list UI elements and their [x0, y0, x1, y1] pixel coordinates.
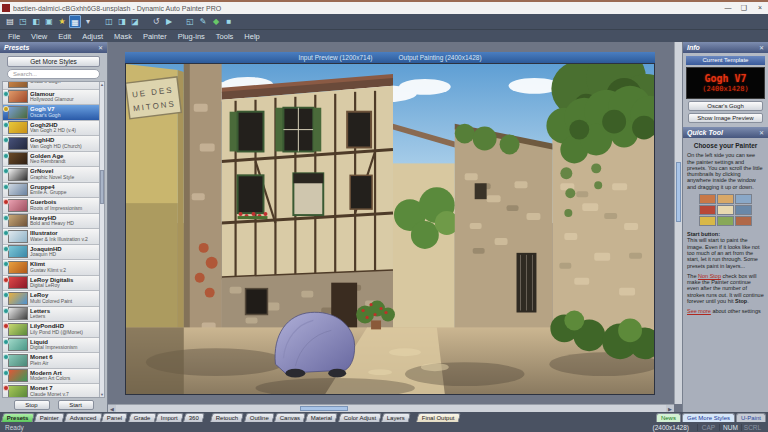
preset-item[interactable]: Gruppe4 Emile A. Gruppe: [3, 183, 104, 199]
preview-dropdown-icon[interactable]: ▾: [82, 15, 94, 28]
presets-pin-icon[interactable]: ✕: [98, 44, 103, 51]
scroll-down-icon[interactable]: [100, 392, 104, 397]
preset-item[interactable]: Modern Art Modern Art Colors: [3, 369, 104, 385]
tab-advanced[interactable]: Advanced: [64, 413, 103, 422]
tab-import[interactable]: Import: [155, 413, 184, 422]
preset-item[interactable]: LeRoy Multi Colored Paint: [3, 291, 104, 307]
preset-item[interactable]: Golden Age Neo Rembrandt: [3, 152, 104, 168]
preset-item[interactable]: HeavyHD Bold and Heavy HD: [3, 214, 104, 230]
favorites-star-icon[interactable]: ★: [56, 15, 68, 28]
tab-color-adjust[interactable]: Color Adjust: [337, 413, 382, 422]
menu-help[interactable]: Help: [244, 32, 259, 41]
preset-item[interactable]: LilyPondHD Lily Pond HD (@Monet): [3, 322, 104, 338]
preset-subtitle: Van Gogh HD (Church): [30, 144, 98, 150]
window-title: bastien-dalmici-cBGxhh6G8-unsplash - Dyn…: [13, 5, 720, 12]
brush-icon[interactable]: ✎: [197, 15, 209, 28]
canvas-area[interactable]: Input Preview (1200x714) Output Painting…: [108, 42, 682, 412]
minimize-button[interactable]: —: [720, 2, 736, 14]
news-button[interactable]: News: [656, 413, 681, 422]
scrollbar-thumb[interactable]: [676, 162, 681, 222]
undo-icon[interactable]: ↺: [150, 15, 162, 28]
close-button[interactable]: ×: [752, 2, 768, 14]
scrollbar-thumb[interactable]: [300, 406, 348, 411]
preset-badge-icon: [3, 308, 9, 314]
menu-mask[interactable]: Mask: [114, 32, 132, 41]
tab-retouch[interactable]: Retouch: [210, 413, 245, 422]
play-icon[interactable]: ▶: [163, 15, 175, 28]
preset-item[interactable]: Monet 7 Claude Monet v.7: [3, 384, 104, 398]
preset-item[interactable]: Liquid Digital Impressionism: [3, 338, 104, 354]
menu-edit[interactable]: Edit: [58, 32, 71, 41]
preset-list-scrollbar[interactable]: [99, 82, 104, 397]
screen-fit-icon[interactable]: ◱: [184, 15, 196, 28]
preset-item[interactable]: Illustrator Water & Ink Illustration v.2: [3, 229, 104, 245]
monitor-icon[interactable]: ■: [223, 15, 235, 28]
save-icon[interactable]: ◧: [30, 15, 42, 28]
preview-toggle-icon[interactable]: ▦: [69, 15, 81, 28]
tab-painter[interactable]: Painter: [34, 413, 65, 422]
preset-item[interactable]: GoghHD Van Gogh HD (Church): [3, 136, 104, 152]
info-close-icon[interactable]: ✕: [759, 44, 764, 51]
preset-search-input[interactable]: Search...: [7, 69, 100, 79]
quick-tool-close-icon[interactable]: ✕: [759, 129, 764, 136]
thumb-cell: [717, 216, 734, 226]
scroll-left-icon[interactable]: [108, 405, 116, 412]
tab-presets[interactable]: Presets: [1, 413, 35, 422]
menu-file[interactable]: File: [8, 32, 20, 41]
menu-adjust[interactable]: Adjust: [82, 32, 103, 41]
tab-final-output[interactable]: Final Output: [416, 413, 461, 422]
menu-tools[interactable]: Tools: [216, 32, 234, 41]
scroll-right-icon[interactable]: [666, 405, 674, 412]
preset-thumbnail: [8, 183, 28, 196]
menu-plugins[interactable]: Plug-ins: [178, 32, 205, 41]
preset-item[interactable]: JoaquinHD Joaquin HD: [3, 245, 104, 261]
preset-item[interactable]: Letters Letters: [3, 307, 104, 323]
get-more-styles-button[interactable]: Get More Styles: [682, 413, 735, 422]
non-stop-link[interactable]: Non Stop: [698, 273, 721, 279]
export-icon[interactable]: ◪: [129, 15, 141, 28]
import-image-icon[interactable]: ▣: [43, 15, 55, 28]
split-view-icon[interactable]: ◨: [116, 15, 128, 28]
preset-list[interactable]: Oscar's Gogh Glamour Hollywood Glamour: [2, 81, 105, 398]
preset-item[interactable]: Klimt Gustav Klimt v.2: [3, 260, 104, 276]
tab-grade[interactable]: Grade: [128, 413, 157, 422]
u-paint-button[interactable]: U-Paint: [736, 413, 766, 422]
photo-preview[interactable]: UE DES MITONS: [125, 63, 655, 395]
tab-360[interactable]: 360: [183, 413, 205, 422]
compare-icon[interactable]: ◫: [103, 15, 115, 28]
preset-item[interactable]: Gogh V7 Oscar's Gogh: [3, 105, 104, 121]
menu-painter[interactable]: Painter: [143, 32, 167, 41]
tab-outline[interactable]: Outline: [244, 413, 275, 422]
preset-item[interactable]: Glamour Hollywood Glamour: [3, 90, 104, 106]
village-alley-photo: UE DES MITONS: [126, 64, 654, 394]
preset-subtitle: Emile A. Gruppe: [30, 190, 98, 196]
tab-layers[interactable]: Layers: [381, 413, 411, 422]
preset-subtitle: Oscar's Gogh: [30, 113, 98, 119]
open-folder-icon[interactable]: ◳: [17, 15, 29, 28]
tab-panel[interactable]: Panel: [101, 413, 129, 422]
preset-item[interactable]: GrNovel Graphic Novel Style: [3, 167, 104, 183]
preset-item[interactable]: LeRoy Digitalis Digital LeRoy: [3, 276, 104, 292]
preset-item[interactable]: Guerbois Roots of Impressionism: [3, 198, 104, 214]
start-button[interactable]: Start: [58, 400, 94, 410]
stop-button[interactable]: Stop: [14, 400, 50, 410]
menu-view[interactable]: View: [31, 32, 47, 41]
scroll-up-icon[interactable]: [100, 82, 104, 87]
preset-item[interactable]: Oscar's Gogh: [3, 81, 104, 90]
get-more-styles-top-button[interactable]: Get More Styles: [7, 56, 100, 67]
preset-item[interactable]: Monet 6 Plein Air: [3, 353, 104, 369]
canvas-vertical-scrollbar[interactable]: [674, 42, 682, 404]
see-more-link[interactable]: See more: [687, 308, 711, 314]
show-image-preview-button[interactable]: Show Image Preview: [688, 113, 763, 123]
new-icon[interactable]: ▤: [4, 15, 16, 28]
palette-icon[interactable]: ◆: [210, 15, 222, 28]
template-name-button[interactable]: Oscar's Gogh: [688, 101, 763, 111]
preset-thumbnail: [8, 214, 28, 227]
maximize-button[interactable]: ❑: [736, 2, 752, 14]
tab-canvas[interactable]: Canvas: [274, 413, 307, 422]
canvas-horizontal-scrollbar[interactable]: [108, 404, 674, 412]
quick-tool-paragraph: The Non Stop check box will make the Pai…: [687, 273, 764, 304]
preset-item[interactable]: Gogh2HD Van Gogh 2 HD (v.4): [3, 121, 104, 137]
scrollbar-thumb[interactable]: [100, 170, 104, 204]
tab-material[interactable]: Material: [305, 413, 339, 422]
